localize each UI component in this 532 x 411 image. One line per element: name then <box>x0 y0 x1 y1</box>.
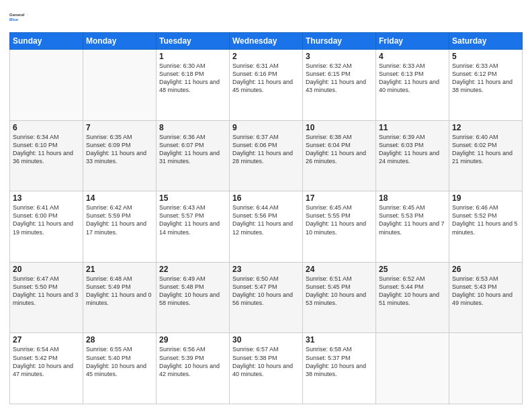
day-number: 17 <box>306 193 373 203</box>
calendar-cell: 7Sunrise: 6:35 AMSunset: 6:09 PMDaylight… <box>83 120 157 191</box>
calendar-table: SundayMondayTuesdayWednesdayThursdayFrid… <box>9 32 523 404</box>
cell-info: Sunrise: 6:54 AMSunset: 5:42 PMDaylight:… <box>13 345 80 378</box>
calendar-header-row: SundayMondayTuesdayWednesdayThursdayFrid… <box>10 33 523 50</box>
cell-info: Sunrise: 6:50 AMSunset: 5:47 PMDaylight:… <box>232 275 300 308</box>
day-number: 1 <box>159 52 226 61</box>
day-number: 18 <box>379 193 446 203</box>
calendar-cell: 13Sunrise: 6:41 AMSunset: 6:00 PMDayligh… <box>10 191 83 263</box>
cell-info: Sunrise: 6:35 AMSunset: 6:09 PMDaylight:… <box>86 133 153 166</box>
cell-info: Sunrise: 6:34 AMSunset: 6:10 PMDaylight:… <box>13 133 80 166</box>
day-number: 11 <box>379 123 446 132</box>
calendar-cell: 4Sunrise: 6:33 AMSunset: 6:13 PMDaylight… <box>376 50 449 121</box>
calendar-cell: 31Sunrise: 6:58 AMSunset: 5:37 PMDayligh… <box>303 333 376 404</box>
cell-info: Sunrise: 6:33 AMSunset: 6:12 PMDaylight:… <box>452 62 519 95</box>
cell-info: Sunrise: 6:52 AMSunset: 5:44 PMDaylight:… <box>379 275 446 308</box>
day-number: 16 <box>232 193 300 203</box>
calendar-cell: 14Sunrise: 6:42 AMSunset: 5:59 PMDayligh… <box>83 191 157 263</box>
cell-info: Sunrise: 6:30 AMSunset: 6:18 PMDaylight:… <box>159 62 226 95</box>
day-number: 28 <box>86 335 153 345</box>
cell-info: Sunrise: 6:36 AMSunset: 6:07 PMDaylight:… <box>159 133 226 166</box>
calendar-cell: 26Sunrise: 6:53 AMSunset: 5:43 PMDayligh… <box>449 262 523 333</box>
cell-info: Sunrise: 6:39 AMSunset: 6:03 PMDaylight:… <box>379 133 446 166</box>
calendar-cell: 1Sunrise: 6:30 AMSunset: 6:18 PMDaylight… <box>157 50 230 121</box>
cell-info: Sunrise: 6:38 AMSunset: 6:04 PMDaylight:… <box>306 133 373 166</box>
day-number: 2 <box>232 52 300 61</box>
day-number: 30 <box>232 335 300 345</box>
cell-info: Sunrise: 6:33 AMSunset: 6:13 PMDaylight:… <box>379 62 446 95</box>
day-number: 26 <box>452 265 519 274</box>
calendar-cell: 8Sunrise: 6:36 AMSunset: 6:07 PMDaylight… <box>157 120 230 191</box>
day-number: 8 <box>159 123 226 132</box>
day-number: 7 <box>86 123 153 132</box>
calendar-header-monday: Monday <box>83 33 157 50</box>
calendar-cell: 11Sunrise: 6:39 AMSunset: 6:03 PMDayligh… <box>376 120 449 191</box>
calendar-header-tuesday: Tuesday <box>157 33 230 50</box>
day-number: 20 <box>13 265 80 274</box>
svg-marker-2 <box>26 13 30 17</box>
cell-info: Sunrise: 6:41 AMSunset: 6:00 PMDaylight:… <box>13 203 80 236</box>
day-number: 29 <box>159 335 226 345</box>
calendar-header-wednesday: Wednesday <box>230 33 303 50</box>
cell-info: Sunrise: 6:44 AMSunset: 5:56 PMDaylight:… <box>232 203 300 236</box>
calendar-cell: 6Sunrise: 6:34 AMSunset: 6:10 PMDaylight… <box>10 120 83 191</box>
calendar-cell: 18Sunrise: 6:45 AMSunset: 5:53 PMDayligh… <box>376 191 449 263</box>
calendar-cell: 25Sunrise: 6:52 AMSunset: 5:44 PMDayligh… <box>376 262 449 333</box>
cell-info: Sunrise: 6:31 AMSunset: 6:16 PMDaylight:… <box>232 62 300 95</box>
day-number: 21 <box>86 265 153 274</box>
day-number: 31 <box>306 335 373 345</box>
day-number: 25 <box>379 265 446 274</box>
calendar-cell: 17Sunrise: 6:45 AMSunset: 5:55 PMDayligh… <box>303 191 376 263</box>
day-number: 3 <box>306 52 373 61</box>
header: GeneralBlue <box>9 7 523 28</box>
calendar-cell <box>449 333 523 404</box>
day-number: 9 <box>232 123 300 132</box>
calendar-cell: 20Sunrise: 6:47 AMSunset: 5:50 PMDayligh… <box>10 262 83 333</box>
calendar-cell: 23Sunrise: 6:50 AMSunset: 5:47 PMDayligh… <box>230 262 303 333</box>
day-number: 23 <box>232 265 300 274</box>
day-number: 5 <box>452 52 519 61</box>
calendar-cell: 28Sunrise: 6:55 AMSunset: 5:40 PMDayligh… <box>83 333 157 404</box>
calendar-week-5: 27Sunrise: 6:54 AMSunset: 5:42 PMDayligh… <box>10 333 523 404</box>
cell-info: Sunrise: 6:45 AMSunset: 5:55 PMDaylight:… <box>306 203 373 236</box>
cell-info: Sunrise: 6:57 AMSunset: 5:38 PMDaylight:… <box>232 345 300 378</box>
calendar-cell: 27Sunrise: 6:54 AMSunset: 5:42 PMDayligh… <box>10 333 83 404</box>
calendar-cell <box>10 50 83 121</box>
calendar-cell <box>83 50 157 121</box>
calendar-header-saturday: Saturday <box>449 33 523 50</box>
logo: GeneralBlue <box>9 7 31 28</box>
calendar-cell: 22Sunrise: 6:49 AMSunset: 5:48 PMDayligh… <box>157 262 230 333</box>
calendar-cell: 19Sunrise: 6:46 AMSunset: 5:52 PMDayligh… <box>449 191 523 263</box>
day-number: 12 <box>452 123 519 132</box>
calendar-week-3: 13Sunrise: 6:41 AMSunset: 6:00 PMDayligh… <box>10 191 523 263</box>
cell-info: Sunrise: 6:45 AMSunset: 5:53 PMDaylight:… <box>379 203 446 236</box>
day-number: 4 <box>379 52 446 61</box>
cell-info: Sunrise: 6:46 AMSunset: 5:52 PMDaylight:… <box>452 203 519 236</box>
svg-text:General: General <box>9 13 25 17</box>
calendar-cell: 9Sunrise: 6:37 AMSunset: 6:06 PMDaylight… <box>230 120 303 191</box>
cell-info: Sunrise: 6:40 AMSunset: 6:02 PMDaylight:… <box>452 133 519 166</box>
calendar-cell: 10Sunrise: 6:38 AMSunset: 6:04 PMDayligh… <box>303 120 376 191</box>
calendar-cell <box>376 333 449 404</box>
cell-info: Sunrise: 6:47 AMSunset: 5:50 PMDaylight:… <box>13 275 80 308</box>
calendar-week-1: 1Sunrise: 6:30 AMSunset: 6:18 PMDaylight… <box>10 50 523 121</box>
cell-info: Sunrise: 6:48 AMSunset: 5:49 PMDaylight:… <box>86 275 153 308</box>
day-number: 10 <box>306 123 373 132</box>
calendar-cell: 29Sunrise: 6:56 AMSunset: 5:39 PMDayligh… <box>157 333 230 404</box>
day-number: 6 <box>13 123 80 132</box>
calendar-header-thursday: Thursday <box>303 33 376 50</box>
calendar-cell: 30Sunrise: 6:57 AMSunset: 5:38 PMDayligh… <box>230 333 303 404</box>
cell-info: Sunrise: 6:43 AMSunset: 5:57 PMDaylight:… <box>159 203 226 236</box>
day-number: 14 <box>86 193 153 203</box>
calendar-header-sunday: Sunday <box>10 33 83 50</box>
cell-info: Sunrise: 6:53 AMSunset: 5:43 PMDaylight:… <box>452 275 519 308</box>
calendar-cell: 15Sunrise: 6:43 AMSunset: 5:57 PMDayligh… <box>157 191 230 263</box>
cell-info: Sunrise: 6:51 AMSunset: 5:45 PMDaylight:… <box>306 275 373 308</box>
calendar-cell: 5Sunrise: 6:33 AMSunset: 6:12 PMDaylight… <box>449 50 523 121</box>
cell-info: Sunrise: 6:37 AMSunset: 6:06 PMDaylight:… <box>232 133 300 166</box>
day-number: 22 <box>159 265 226 274</box>
calendar-header-friday: Friday <box>376 33 449 50</box>
cell-info: Sunrise: 6:56 AMSunset: 5:39 PMDaylight:… <box>159 345 226 378</box>
day-number: 13 <box>13 193 80 203</box>
calendar-cell: 24Sunrise: 6:51 AMSunset: 5:45 PMDayligh… <box>303 262 376 333</box>
calendar-cell: 12Sunrise: 6:40 AMSunset: 6:02 PMDayligh… <box>449 120 523 191</box>
